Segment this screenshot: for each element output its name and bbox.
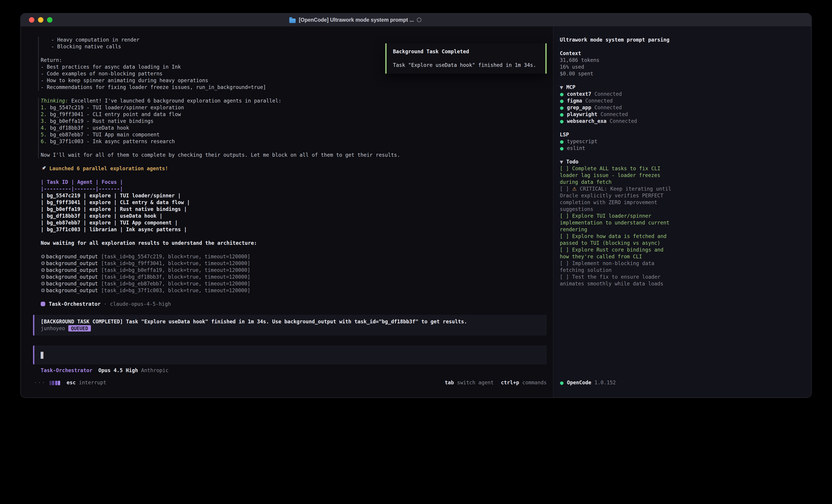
- lsp-item: ●typescript: [560, 138, 805, 145]
- status-dot-icon: ●: [560, 139, 564, 144]
- desktop: [OpenCode] Ultrawork mode system prompt …: [0, 0, 832, 504]
- context-used: 16% used: [560, 64, 805, 71]
- tab-key: tab: [445, 380, 454, 386]
- gear-icon: ⚙: [41, 268, 45, 273]
- table-row: | bg_f9ff3041 | explore | CLI entry & da…: [41, 199, 553, 206]
- thinking-list-item: 1.bg_5547c219 - TUI loader/spinner explo…: [41, 104, 553, 111]
- list-text: bg_5547c219 - TUI loader/spinner explora…: [50, 105, 184, 111]
- list-text: bg_37f1c003 - Ink async patterns researc…: [50, 139, 175, 144]
- context-spent: $0.00 spent: [560, 71, 805, 77]
- thinking-intro-text: Excellent! I've launched 6 background ex…: [71, 98, 282, 104]
- waiting-line: Now waiting for all exploration results …: [41, 240, 553, 247]
- table-header-row: | Task ID | Agent | Focus |: [41, 179, 553, 186]
- tool-call-line: ⚙background_output[task_id=bg_df18bb3f, …: [41, 274, 553, 280]
- list-number: 5.: [41, 132, 47, 138]
- tool-call-line: ⚙background_output[task_id=bg_5547c219, …: [41, 253, 553, 260]
- tab-hint: tabswitch agent: [445, 380, 494, 386]
- zoom-window-button[interactable]: [47, 17, 52, 23]
- window-title: [OpenCode] Ultrawork mode system prompt …: [289, 13, 422, 26]
- tool-output-line: - How to keep spinner animating during h…: [41, 77, 553, 84]
- thinking-intro-line: Thinking:Excellent! I've launched 6 back…: [41, 97, 553, 104]
- spinner-segment: [49, 381, 51, 385]
- completed-message-meta: junhoyeoQUEUED: [41, 325, 547, 332]
- todo-text: Test the fix to ensure loader animates s…: [560, 274, 664, 287]
- tool-call-line: ⚙background_output[task_id=bg_37f1c003, …: [41, 287, 553, 294]
- statusbar-right: tabswitch agent ctrl+pcommands: [445, 380, 547, 386]
- mcp-name: grep_app: [567, 105, 591, 111]
- table-separator-row: |---------|-------|-------|: [41, 186, 553, 192]
- tool-args: [task_id=bg_f9ff3041, block=true, timeou…: [101, 260, 250, 267]
- app-name: OpenCode: [567, 380, 591, 386]
- notification-body: Task "Explore useData hook" finished in …: [393, 62, 539, 68]
- todo-checkbox: [ ]: [560, 213, 569, 219]
- mcp-title-text: MCP: [566, 84, 575, 90]
- sidebar-title: Ultrawork mode system prompt parsing: [560, 36, 805, 44]
- gear-icon: ⚙: [41, 288, 45, 293]
- todo-checkbox: [ ]: [560, 233, 569, 240]
- thinking-label: Thinking:: [41, 98, 68, 104]
- mcp-name: playwright: [567, 112, 597, 117]
- close-window-button[interactable]: [29, 17, 34, 23]
- app-version: ●OpenCode1.0.152: [560, 380, 616, 386]
- esc-key: esc: [67, 380, 76, 386]
- agent-header: Task-Orchestrator·claude-opus-4-5-high: [41, 301, 553, 308]
- todo-checkbox: [ ]: [560, 274, 569, 280]
- list-number: 6.: [41, 139, 47, 144]
- separator-dot: ·: [104, 301, 107, 307]
- agent-name: Task-Orchestrator: [41, 368, 93, 373]
- window-content: - Heavy computation in render - Blocking…: [21, 27, 811, 397]
- spinner-segment: [55, 381, 57, 385]
- thinking-list-item: 5.bg_eb87ebb7 - TUI App main component: [41, 132, 553, 138]
- mcp-item: ●grep_appConnected: [560, 104, 805, 111]
- todo-text: Explore how data is fetched and passed t…: [560, 233, 667, 246]
- status-dot-icon: ●: [560, 92, 564, 96]
- list-number: 1.: [41, 105, 47, 111]
- username: junhoyeo: [41, 326, 65, 332]
- ctrlp-key: ctrl+p: [501, 380, 519, 386]
- prompt-input[interactable]: ▊: [33, 345, 547, 364]
- todo-section-title[interactable]: ▼Todo: [560, 159, 805, 165]
- gear-icon: ⚙: [41, 260, 45, 267]
- mcp-item: ●playwrightConnected: [560, 111, 805, 118]
- todo-item: [ ]Explore TUI loader/spinner implementa…: [560, 213, 673, 233]
- table-row: | bg_eb87ebb7 | explore | TUI App compon…: [41, 220, 553, 226]
- status-dot-icon: ●: [560, 380, 564, 385]
- transcript[interactable]: - Heavy computation in render - Blocking…: [21, 27, 553, 374]
- text-cursor: ▊: [41, 352, 44, 359]
- todo-item: [ ]Test the fix to ensure loader animate…: [560, 274, 673, 287]
- chevron-down-icon: ▼: [560, 85, 563, 90]
- background-task-message: [BACKGROUND TASK COMPLETED] Task "Explor…: [33, 315, 547, 336]
- launch-banner: Launched 6 parallel exploration agents!: [41, 165, 553, 172]
- todo-item: [ ]Explore Rust core bindings and how th…: [560, 247, 673, 260]
- list-text: bg_f9ff3041 - CLI entry point and data f…: [50, 112, 181, 117]
- todo-checkbox: [ ]: [560, 247, 569, 253]
- todo-item: [ ]⚠CRITICAL: Keep iterating until Oracl…: [560, 186, 673, 213]
- tool-args: [task_id=bg_5547c219, block=true, timeou…: [101, 254, 250, 260]
- lsp-name: eslint: [567, 145, 585, 151]
- todo-checkbox: [ ]: [560, 166, 569, 172]
- todo-text: Explore Rust core bindings and how they'…: [560, 247, 664, 260]
- mcp-item: ●figmaConnected: [560, 97, 805, 104]
- notification-toast: Background Task Completed Task "Explore …: [385, 44, 547, 74]
- minimize-window-button[interactable]: [38, 17, 44, 23]
- thinking-outro-line: Now I'll wait for all of them to complet…: [41, 152, 553, 159]
- lsp-section-title: LSP: [560, 132, 805, 138]
- chevron-down-icon: ▼: [560, 160, 563, 164]
- progress-spinner: ···: [34, 380, 60, 386]
- lsp-item: ●eslint: [560, 145, 805, 152]
- tool-name: background_output: [46, 260, 98, 267]
- tool-output-line: - Recommendations for fixing loader free…: [41, 84, 553, 91]
- window-controls: [29, 13, 52, 26]
- model-label: Opus 4.5 High: [98, 368, 138, 373]
- thinking-list-item: 3.bg_b0effa19 - Rust native bindings: [41, 118, 553, 124]
- terminal-main: - Heavy computation in render - Blocking…: [21, 27, 553, 397]
- todo-text: Complete ALL tasks to fix CLI loader lag…: [560, 166, 660, 185]
- tool-args: [task_id=bg_b0effa19, block=true, timeou…: [101, 268, 250, 273]
- thinking-block: Thinking:Excellent! I've launched 6 back…: [38, 97, 553, 159]
- version-number: 1.0.152: [594, 380, 616, 386]
- rocket-icon: [41, 165, 47, 171]
- warning-icon: ⚠: [572, 186, 576, 192]
- mcp-section-title[interactable]: ▼MCP: [560, 84, 805, 91]
- mcp-item: ●context7Connected: [560, 91, 805, 97]
- commands-hint: ctrl+pcommands: [501, 380, 547, 386]
